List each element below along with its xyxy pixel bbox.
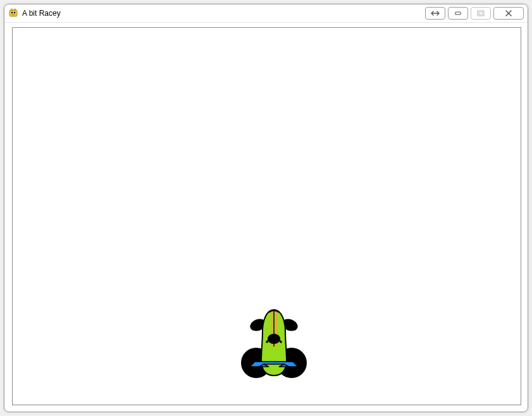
close-button[interactable] [493, 7, 524, 20]
svg-point-4 [14, 12, 15, 13]
maximize-button [471, 7, 491, 20]
player-car [240, 306, 308, 382]
svg-rect-7 [479, 12, 483, 15]
game-canvas[interactable] [12, 27, 521, 405]
resize-handle-button[interactable] [425, 7, 445, 20]
window-controls [425, 7, 524, 20]
svg-rect-0 [9, 10, 17, 16]
svg-rect-2 [14, 9, 16, 11]
minimize-button[interactable] [448, 7, 468, 20]
svg-rect-5 [455, 12, 461, 15]
svg-rect-1 [11, 9, 13, 11]
svg-point-3 [11, 12, 13, 13]
app-icon [8, 8, 18, 18]
app-window: A bit Racey [4, 4, 528, 412]
window-title: A bit Racey [22, 9, 61, 18]
title-bar: A bit Racey [4, 4, 528, 23]
